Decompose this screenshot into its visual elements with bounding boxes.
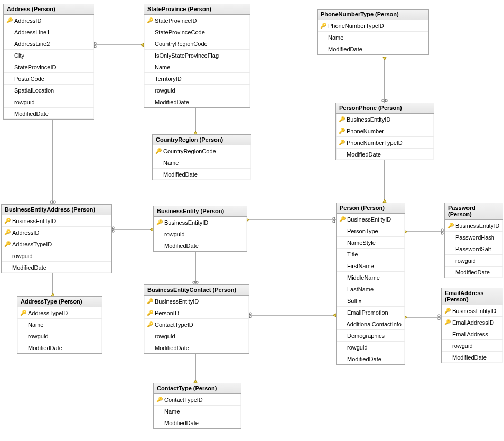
table-column[interactable]: 🔑BusinessEntityID <box>445 220 503 232</box>
table-column[interactable]: Name <box>17 319 102 330</box>
table-stateprovince[interactable]: StateProvince (Person) 🔑StateProvinceIDS… <box>144 4 250 108</box>
table-column[interactable]: rowguid <box>337 342 405 353</box>
table-column[interactable]: EmailPromotion <box>337 307 405 318</box>
table-column[interactable]: 🔑BusinessEntityID <box>442 305 503 317</box>
table-column[interactable]: ModifiedDate <box>445 267 503 278</box>
table-businessentity[interactable]: BusinessEntity (Person) 🔑BusinessEntityI… <box>153 206 247 252</box>
table-column[interactable]: AdditionalContactInfo <box>337 318 405 330</box>
table-column[interactable]: 🔑BusinessEntityID <box>336 114 434 125</box>
table-column[interactable]: rowguid <box>2 250 111 262</box>
table-column[interactable]: PasswordHash <box>445 232 503 243</box>
table-column[interactable]: StateProvinceCode <box>144 26 250 38</box>
table-column[interactable]: 🔑BusinessEntityID <box>2 215 111 227</box>
key-icon: 🔑 <box>146 298 154 304</box>
table-column[interactable]: 🔑BusinessEntityID <box>144 296 249 307</box>
table-column[interactable]: rowguid <box>144 85 250 96</box>
table-column[interactable]: Name <box>318 32 428 43</box>
table-column[interactable]: 🔑CountryRegionCode <box>153 145 251 157</box>
table-column[interactable]: 🔑ContactTypeID <box>144 319 249 330</box>
table-countryregion[interactable]: CountryRegion (Person) 🔑CountryRegionCod… <box>152 134 251 180</box>
table-column[interactable]: ModifiedDate <box>337 353 405 364</box>
table-column[interactable]: 🔑ContactTypeID <box>154 394 241 406</box>
table-column[interactable]: Name <box>144 61 250 73</box>
table-column[interactable]: CountryRegionCode <box>144 38 250 50</box>
table-column[interactable]: 🔑AddressID <box>2 227 111 238</box>
table-column[interactable]: 🔑PersonID <box>144 307 249 319</box>
column-name: Name <box>162 160 179 166</box>
table-column[interactable]: 🔑StateProvinceID <box>144 15 250 26</box>
table-person[interactable]: Person (Person) 🔑BusinessEntityIDPersonT… <box>336 203 405 365</box>
table-column[interactable]: PasswordSalt <box>445 243 503 255</box>
table-column[interactable]: 🔑AddressID <box>4 15 94 26</box>
column-name: City <box>13 52 24 59</box>
table-column[interactable]: EmailAddress <box>442 328 503 340</box>
table-businessentitycontact[interactable]: BusinessEntityContact (Person) 🔑Business… <box>144 284 249 354</box>
table-password[interactable]: Password (Person) 🔑BusinessEntityIDPassw… <box>444 203 503 278</box>
table-businessentityaddress[interactable]: BusinessEntityAddress (Person) 🔑Business… <box>1 204 112 273</box>
table-column[interactable]: rowguid <box>4 96 94 108</box>
table-addresstype[interactable]: AddressType (Person) 🔑AddressTypeIDNamer… <box>17 296 102 354</box>
table-address[interactable]: Address (Person) 🔑AddressIDAddressLine1A… <box>3 4 94 120</box>
table-column[interactable]: rowguid <box>442 340 503 352</box>
table-header: Person (Person) <box>337 203 405 214</box>
table-column[interactable]: rowguid <box>144 330 249 342</box>
table-column[interactable]: 🔑AddressTypeID <box>2 238 111 250</box>
table-column[interactable]: MiddleName <box>337 272 405 283</box>
table-column[interactable]: ModifiedDate <box>2 262 111 273</box>
table-column[interactable]: rowguid <box>445 255 503 267</box>
table-column[interactable]: rowguid <box>17 330 102 342</box>
table-header: PersonPhone (Person) <box>336 103 434 114</box>
table-column[interactable]: 🔑PhoneNumberTypeID <box>336 137 434 149</box>
column-name: PhoneNumberTypeID <box>327 23 384 29</box>
table-column[interactable]: Title <box>337 249 405 260</box>
table-column[interactable]: rowguid <box>154 228 247 240</box>
table-header: EmailAddress (Person) <box>442 288 503 305</box>
table-column[interactable]: ModifiedDate <box>318 43 428 54</box>
table-column[interactable]: SpatialLocation <box>4 85 94 96</box>
table-personphone[interactable]: PersonPhone (Person) 🔑BusinessEntityID🔑P… <box>335 103 434 160</box>
table-column[interactable]: ModifiedDate <box>442 352 503 363</box>
table-column[interactable]: PersonType <box>337 225 405 237</box>
table-column[interactable]: 🔑BusinessEntityID <box>154 217 247 228</box>
table-column[interactable]: ModifiedDate <box>154 240 247 251</box>
table-column[interactable]: ModifiedDate <box>144 342 249 353</box>
table-column[interactable]: PostalCode <box>4 73 94 85</box>
table-column[interactable]: Demographics <box>337 330 405 342</box>
table-column[interactable]: Name <box>153 157 251 169</box>
table-column[interactable]: TerritoryID <box>144 73 250 85</box>
table-column[interactable]: 🔑EmailAddressID <box>442 317 503 328</box>
table-column[interactable]: ModifiedDate <box>4 108 94 119</box>
table-column[interactable]: LastName <box>337 283 405 295</box>
table-column[interactable]: City <box>4 50 94 61</box>
table-column[interactable]: ModifiedDate <box>154 417 241 428</box>
table-emailaddress[interactable]: EmailAddress (Person) 🔑BusinessEntityID🔑… <box>441 288 503 363</box>
table-column[interactable]: ModifiedDate <box>144 96 250 107</box>
table-column[interactable]: 🔑AddressTypeID <box>17 307 102 319</box>
table-column[interactable]: ModifiedDate <box>153 169 251 180</box>
table-column[interactable]: Name <box>154 406 241 417</box>
table-column[interactable]: AddressLine2 <box>4 38 94 50</box>
column-name: BusinessEntityID <box>11 218 56 224</box>
column-name: BusinessEntityID <box>346 116 390 123</box>
table-column[interactable]: ModifiedDate <box>336 149 434 160</box>
column-name: BusinessEntityID <box>163 219 208 226</box>
column-name: StateProvinceCode <box>154 29 205 35</box>
table-column[interactable]: 🔑PhoneNumberTypeID <box>318 20 428 32</box>
table-column[interactable]: Suffix <box>337 295 405 307</box>
column-name: PasswordHash <box>454 234 494 241</box>
table-contacttype[interactable]: ContactType (Person) 🔑ContactTypeIDNameM… <box>153 383 241 429</box>
table-column[interactable]: AddressLine1 <box>4 26 94 38</box>
table-column[interactable]: IsOnlyStateProvinceFlag <box>144 50 250 61</box>
column-name: SpatialLocation <box>13 87 54 94</box>
table-column[interactable]: ModifiedDate <box>17 342 102 353</box>
svg-point-46 <box>441 229 443 231</box>
key-icon: 🔑 <box>156 219 163 225</box>
svg-point-30 <box>249 316 251 318</box>
table-column[interactable]: StateProvinceID <box>4 61 94 73</box>
column-name: PhoneNumber <box>346 128 384 134</box>
table-column[interactable]: FirstName <box>337 260 405 272</box>
table-column[interactable]: 🔑PhoneNumber <box>336 125 434 137</box>
table-column[interactable]: NameStyle <box>337 237 405 249</box>
table-column[interactable]: 🔑BusinessEntityID <box>337 214 405 225</box>
table-phonenumbertype[interactable]: PhoneNumberType (Person) 🔑PhoneNumberTyp… <box>317 9 429 55</box>
